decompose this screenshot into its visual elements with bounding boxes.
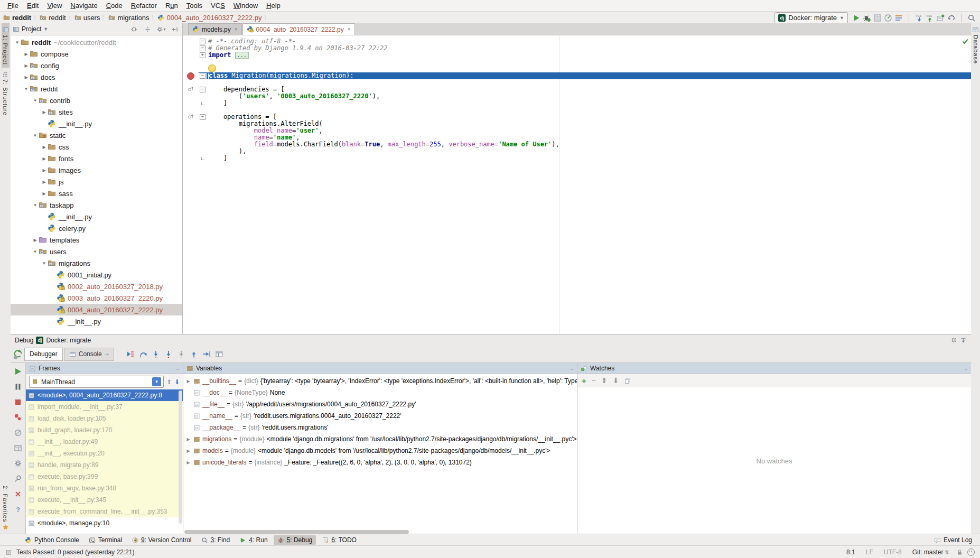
frame-row[interactable]: <module>, 0004_auto_20160327_2222.py:8 [26, 389, 183, 401]
menu-item-file[interactable]: File [3, 1, 23, 11]
lock-icon[interactable] [956, 549, 963, 556]
vertical-scrollbar[interactable] [179, 390, 182, 524]
tool-window-button-9-version-control[interactable]: 9: Version Control [128, 535, 195, 545]
code-line[interactable]: −class Migration(migrations.Migration): [183, 72, 971, 79]
tool-window-button-5-debug[interactable]: 5: Debug [274, 535, 316, 545]
restore-layout-button[interactable] [13, 443, 23, 453]
tree-item[interactable]: ▶templates [11, 234, 182, 246]
tool-stripe-button-7-structure[interactable]: 7: Structure [2, 68, 10, 119]
float-panel-icon[interactable]: → [568, 366, 574, 371]
menu-item-window[interactable]: Window [229, 1, 262, 11]
menu-item-refactor[interactable]: Refactor [127, 1, 161, 11]
frame-row[interactable]: run_from_argv, base.py:348 [26, 482, 183, 494]
tree-item[interactable]: ▶sites [11, 106, 182, 118]
tree-toggle-icon[interactable]: ▶ [41, 168, 48, 173]
pin-button[interactable] [13, 473, 23, 484]
tree-toggle-icon[interactable]: ▶ [23, 52, 30, 57]
breadcrumb-item[interactable]: reddit [40, 14, 66, 22]
tree-item[interactable]: ▶config [11, 60, 182, 71]
add-watch-icon[interactable]: + [582, 376, 586, 385]
code-line[interactable]: −# Generated by Django 1.9.4 on 2016-03-… [183, 45, 971, 52]
tree-toggle-icon[interactable]: ▶ [41, 110, 48, 115]
fold-marker[interactable]: − [199, 39, 207, 44]
tree-item[interactable]: ▼migrations [11, 257, 182, 269]
debug-tab-debugger[interactable]: Debugger [24, 348, 63, 361]
close-button[interactable] [13, 489, 23, 499]
fold-marker[interactable]: − [199, 114, 207, 120]
code-editor[interactable]: −# -*- coding: utf-8 -*-−# Generated by … [183, 35, 971, 334]
rerun-icon[interactable] [13, 349, 23, 359]
tree-toggle-icon[interactable]: ▼ [32, 203, 39, 208]
variable-row[interactable]: 01__file__ = {str} '/app/reddit/users/mi… [183, 398, 577, 410]
tree-toggle-icon[interactable]: ▼ [32, 249, 39, 254]
frame-row[interactable]: execute_from_command_line, __init__.py:3… [26, 506, 183, 517]
editor-tab[interactable]: models.py× [188, 23, 242, 35]
profiler-button[interactable] [883, 13, 893, 23]
fold-marker[interactable]: − [199, 87, 207, 92]
undo-button[interactable] [946, 13, 956, 23]
tree-item[interactable]: ▶js [11, 176, 182, 188]
float-panel-icon[interactable]: → [174, 366, 180, 371]
tree-item[interactable]: ▶docs [11, 71, 182, 83]
gear-icon[interactable] [950, 337, 957, 343]
menu-item-edit[interactable]: Edit [23, 1, 43, 11]
breadcrumb-item[interactable]: migrations [108, 14, 149, 22]
code-line[interactable]: ] [183, 155, 971, 162]
variable-row[interactable]: ▶unicode_literals = {instance} _Feature:… [183, 457, 577, 468]
code-line[interactable] [183, 79, 971, 86]
frame-row[interactable]: <module>, manage.py:10 [26, 517, 183, 529]
debug-tab-console[interactable]: Console⇢ [64, 348, 114, 361]
tree-toggle-icon[interactable]: ▼ [23, 87, 30, 91]
fold-marker[interactable] [199, 157, 207, 160]
tree-item[interactable]: ▼taskapp [11, 199, 182, 211]
tree-item[interactable]: ▶css [11, 141, 182, 153]
search-button[interactable] [966, 13, 977, 23]
frame-row[interactable]: build_graph, loader.py:170 [26, 424, 183, 436]
tree-toggle-icon[interactable]: ▶ [41, 191, 48, 196]
locate-button[interactable] [128, 24, 139, 34]
vcs-push-button[interactable]: VCS [925, 13, 935, 23]
step-over-button[interactable] [138, 349, 148, 359]
frame-row[interactable]: import_module, __init__.py:37 [26, 401, 183, 413]
variable-row[interactable]: ▶models = {module} <module 'django.db.mo… [183, 445, 577, 457]
tree-item[interactable]: 0003_auto_20160327_2220.py [11, 292, 182, 304]
duplicate-watch-icon[interactable] [624, 377, 631, 384]
tree-toggle-icon[interactable]: ▶ [23, 63, 30, 68]
editor-gutter[interactable] [183, 113, 199, 121]
menu-item-code[interactable]: Code [102, 1, 127, 11]
fold-marker[interactable]: − [199, 45, 207, 51]
fold-marker[interactable] [199, 102, 207, 105]
menu-item-help[interactable]: Help [262, 1, 285, 11]
code-line[interactable] [183, 107, 971, 114]
tree-toggle-icon[interactable]: ▼ [32, 98, 39, 103]
code-line[interactable]: model_name='user', [183, 127, 971, 134]
caret-position[interactable]: 8:1 [843, 548, 858, 556]
tree-item[interactable]: ▼static [11, 129, 182, 141]
run-to-cursor-button[interactable] [201, 349, 212, 359]
vcs-branch-indicator[interactable]: Git: master⇅ [909, 548, 952, 556]
editor-tab[interactable]: 0004_auto_20160327_2222.py× [242, 23, 355, 35]
fold-marker[interactable]: − [199, 73, 207, 79]
variable-expand-icon[interactable]: ▶ [185, 379, 191, 384]
tool-stripe-button-database[interactable]: Database [972, 23, 979, 67]
float-panel-icon[interactable]: → [963, 366, 968, 371]
tool-window-button-6-todo[interactable]: 6: TODO [318, 535, 360, 545]
editor-gutter[interactable] [183, 72, 199, 80]
tree-item[interactable]: ▶images [11, 164, 182, 176]
tree-toggle-icon[interactable]: ▶ [41, 145, 48, 150]
tree-toggle-icon[interactable]: ▼ [14, 40, 21, 45]
line-separator-indicator[interactable]: LF [863, 548, 876, 556]
settings-button[interactable]: ▾ [156, 24, 166, 34]
code-line[interactable]: ), [183, 148, 971, 155]
frame-row[interactable]: load_disk, loader.py:105 [26, 413, 183, 424]
tree-toggle-icon[interactable]: ▶ [41, 180, 48, 184]
menu-item-navigate[interactable]: Navigate [66, 1, 101, 11]
menu-item-run[interactable]: Run [161, 1, 182, 11]
commit-button[interactable] [935, 13, 946, 23]
tree-item[interactable]: ▼reddit ~/cookiecutter/reddit [11, 36, 182, 48]
breadcrumb-item[interactable]: reddit [3, 14, 31, 22]
project-panel-title[interactable]: Project ▼ [13, 25, 48, 33]
hide-panel-icon[interactable] [960, 337, 967, 343]
pause-button[interactable] [13, 382, 23, 392]
run-configuration-select[interactable]: dj Docker: migrate ▼ [774, 12, 848, 24]
